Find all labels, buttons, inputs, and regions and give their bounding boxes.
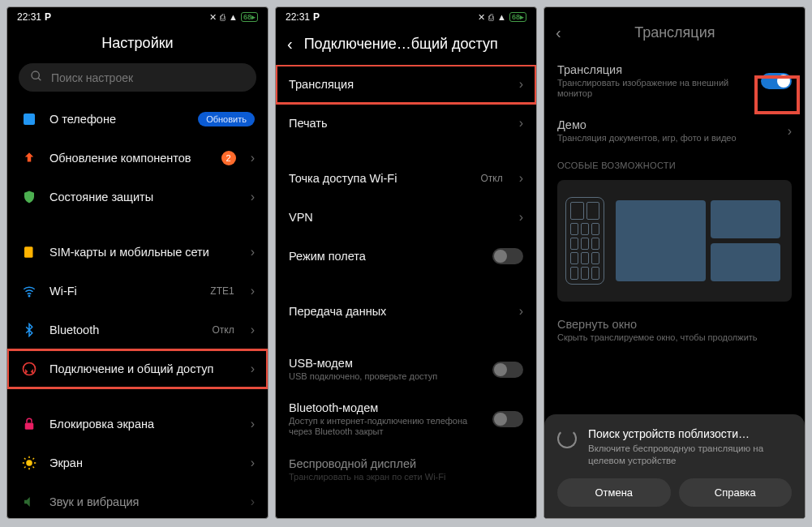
back-button[interactable]: ‹ <box>287 35 293 54</box>
row-label: Состояние защиты <box>49 191 239 204</box>
row-sublabel: Транслировать изображение на внешний мон… <box>557 78 750 99</box>
row-label: Экран <box>49 456 239 469</box>
row-security-status[interactable]: Состояние защиты › <box>7 178 268 216</box>
sun-icon <box>20 454 38 472</box>
row-label: Демо <box>557 118 776 131</box>
row-data-transfer[interactable]: Передача данных › <box>276 292 536 331</box>
help-button[interactable]: Справка <box>679 478 793 507</box>
row-print[interactable]: Печать › <box>276 104 536 143</box>
section-special-features: ОСОБЫЕ ВОЗМОЖНОСТИ <box>544 154 805 174</box>
svg-rect-3 <box>24 246 33 258</box>
airplane-toggle[interactable] <box>492 248 523 264</box>
screen-cast: ‹ Трансляция Трансляция Транслировать из… <box>543 6 806 519</box>
row-label: VPN <box>289 211 508 224</box>
update-badge[interactable]: Обновить <box>198 112 255 126</box>
share-icon <box>20 360 38 378</box>
mute-icon: ✕ <box>478 12 485 23</box>
bluetooth-icon <box>20 321 38 339</box>
row-sim-cards[interactable]: SIM-карты и мобильные сети › <box>7 233 268 272</box>
chevron-right-icon: › <box>251 190 255 204</box>
svg-point-0 <box>32 71 39 79</box>
row-sound[interactable]: Звук и вибрация › <box>7 482 268 518</box>
row-about-phone[interactable]: О телефоне Обновить <box>7 100 268 139</box>
arrow-up-icon <box>20 149 38 167</box>
chevron-right-icon: › <box>251 362 255 376</box>
chevron-right-icon: › <box>251 495 255 509</box>
page-title: Настройки <box>101 35 173 52</box>
row-bluetooth[interactable]: Bluetooth Откл › <box>7 311 268 349</box>
row-vpn[interactable]: VPN › <box>276 198 536 237</box>
chevron-right-icon: › <box>519 171 523 186</box>
battery-icon: 68▸ <box>509 12 526 22</box>
row-wireless-display[interactable]: Беспроводной дисплей Транслировать на эк… <box>276 448 536 492</box>
row-connection-sharing[interactable]: Подключение и общий доступ › <box>7 349 268 388</box>
sheet-subtitle: Включите беспроводную трансляцию на целе… <box>588 443 792 467</box>
page-title: Трансляция <box>573 24 777 41</box>
row-usb-tether[interactable]: USB-модем USB подключено, проверьте дост… <box>276 347 536 392</box>
row-label: Печать <box>289 117 508 130</box>
row-cast[interactable]: Трансляция › <box>276 65 536 104</box>
row-sublabel: Скрыть транслируемое окно, чтобы продолж… <box>557 332 792 343</box>
row-value: ZTE1 <box>210 285 234 297</box>
row-sublabel: Трансляция документов, игр, фото и видео <box>557 133 776 144</box>
spinner-icon <box>557 429 577 448</box>
row-label: Звук и вибрация <box>49 495 239 508</box>
row-lockscreen[interactable]: Блокировка экрана › <box>7 405 268 443</box>
svg-rect-6 <box>25 423 34 430</box>
svg-point-7 <box>26 460 32 466</box>
svg-line-13 <box>33 467 35 469</box>
sheet-title: Поиск устройств поблизости… <box>588 427 792 440</box>
row-value: Откл <box>212 324 234 336</box>
svg-point-4 <box>28 295 30 297</box>
row-label: USB-модем <box>289 357 481 370</box>
cast-status-icon: ⎙ <box>220 12 226 22</box>
row-label: Трансляция <box>557 63 750 76</box>
row-minimize-window[interactable]: Свернуть окно Скрыть транслируемое окно,… <box>544 308 805 353</box>
chevron-right-icon: › <box>251 456 255 470</box>
page-header: Настройки <box>7 27 268 63</box>
cancel-button[interactable]: Отмена <box>557 478 671 507</box>
cast-status-icon: ⎙ <box>488 12 494 22</box>
row-hotspot[interactable]: Точка доступа Wi-Fi Откл › <box>276 159 536 198</box>
highlight-toggle <box>754 75 800 114</box>
row-label: Свернуть окно <box>557 318 792 331</box>
tv-grid-icon <box>616 200 780 281</box>
screen-connection-sharing: 22:31 P ✕ ⎙ ▲ 68▸ ‹ Подключение…бщий дос… <box>275 6 537 519</box>
row-label: Беспроводной дисплей <box>289 457 523 470</box>
row-label: SIM-карты и мобильные сети <box>49 246 239 259</box>
wifi-icon <box>20 282 38 300</box>
row-label: Трансляция <box>289 78 508 91</box>
row-wifi[interactable]: Wi-Fi ZTE1 › <box>7 272 268 311</box>
row-label: Bluetooth <box>49 323 200 336</box>
row-airplane-mode[interactable]: Режим полета <box>276 237 536 276</box>
shield-icon <box>20 188 38 206</box>
page-header: ‹ Подключение…бщий доступ <box>276 27 536 65</box>
row-components-update[interactable]: Обновление компонентов 2 › <box>7 139 268 178</box>
usb-tether-toggle[interactable] <box>492 362 523 378</box>
status-p-icon: P <box>45 11 51 23</box>
row-label: Bluetooth-модем <box>289 401 481 414</box>
row-display[interactable]: Экран › <box>7 443 268 482</box>
chevron-right-icon: › <box>519 304 523 319</box>
bt-tether-toggle[interactable] <box>492 411 523 427</box>
row-bt-tether[interactable]: Bluetooth-модем Доступ к интернет-подклю… <box>276 392 536 447</box>
chevron-right-icon: › <box>251 417 255 431</box>
row-label: Wi-Fi <box>49 285 199 298</box>
svg-line-14 <box>24 467 26 469</box>
speaker-icon <box>20 493 38 511</box>
chevron-right-icon: › <box>251 151 255 165</box>
chevron-right-icon: › <box>251 245 255 259</box>
search-input[interactable]: Поиск настроек <box>19 63 256 92</box>
row-label: Передача данных <box>289 305 508 318</box>
svg-line-15 <box>33 458 35 460</box>
row-demo[interactable]: Демо Трансляция документов, игр, фото и … <box>544 109 805 153</box>
status-time: 22:31 <box>286 11 310 23</box>
status-bar: 22:31 P ✕ ⎙ ▲ 68▸ <box>7 7 268 27</box>
search-icon <box>30 70 43 85</box>
svg-line-12 <box>24 458 26 460</box>
chevron-right-icon: › <box>519 116 523 131</box>
screen-settings: 22:31 P ✕ ⎙ ▲ 68▸ Настройки Поиск настро… <box>6 6 269 519</box>
back-button[interactable]: ‹ <box>556 24 561 42</box>
row-label: О телефоне <box>49 113 187 126</box>
chevron-right-icon: › <box>788 124 792 139</box>
